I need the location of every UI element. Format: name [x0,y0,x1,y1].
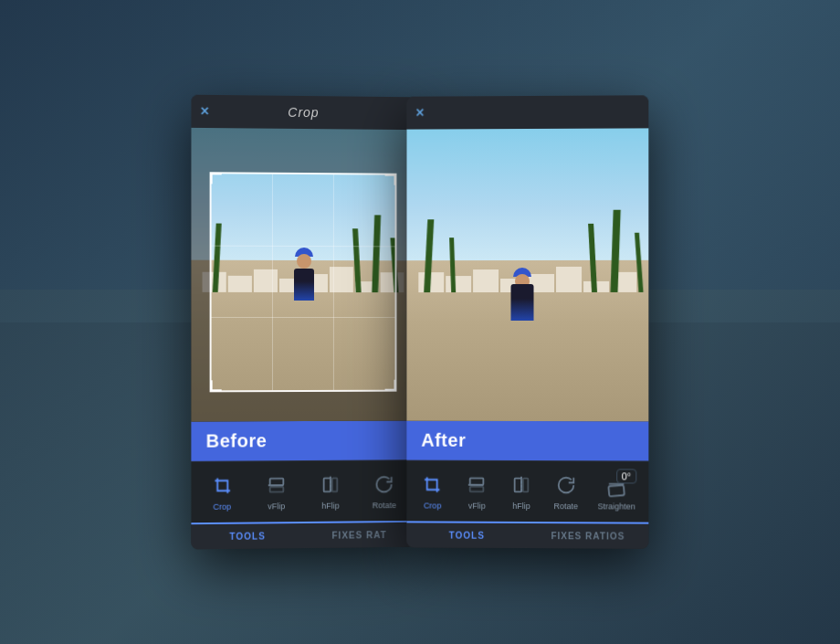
before-label: Before [191,420,415,460]
rotate-label-right: Rotate [553,501,578,511]
crop-overlay-left[interactable] [191,128,415,422]
tab-tools-left[interactable]: TOOLS [191,523,303,549]
close-button-right[interactable]: × [415,105,424,121]
crop-icon-left [209,473,235,499]
rotate-label-left: Rotate [373,501,396,510]
degree-badge: 0° [616,469,637,483]
crop-corner-tl[interactable] [210,173,221,184]
after-label: After [406,421,648,461]
tab-fixes-left[interactable]: FIXES RAT [304,523,415,548]
skater-right [495,266,550,339]
rotate-icon-right [553,472,579,498]
tool-rotate-left[interactable]: Rotate [366,468,403,513]
svg-rect-3 [324,478,331,491]
tool-crop-right[interactable]: Crop [415,469,451,514]
tool-vflip-left[interactable]: vFlip [258,469,295,514]
tool-vflip-right[interactable]: vFlip [458,469,495,514]
tab-fixes-right[interactable]: FIXES RATIOS [528,523,649,549]
svg-rect-6 [470,478,484,484]
toolbar-left: Crop vFlip [191,459,415,523]
svg-rect-4 [332,478,337,491]
crop-icon-right [420,472,446,498]
svg-rect-7 [470,487,484,492]
tool-straighten-right[interactable]: 0° Straighten [593,469,641,514]
tool-hflip-right[interactable]: hFlip [503,469,540,514]
panel-header-left: × Crop [191,95,415,130]
rotate-icon-left [372,471,397,497]
close-button-left[interactable]: × [201,103,209,120]
image-area-right [406,128,648,421]
vflip-label-right: vFlip [468,501,486,511]
svg-rect-0 [270,479,284,485]
tab-tools-right[interactable]: TOOLS [406,523,527,548]
crop-box-left[interactable] [209,172,397,392]
image-area-left [191,128,415,422]
svg-rect-9 [515,479,521,492]
crop-corner-tr[interactable] [385,174,396,185]
toolbar-right: Crop vFlip [406,460,648,523]
hflip-label-left: hFlip [321,501,339,511]
hflip-label-right: hFlip [512,501,530,511]
crop-label-right: Crop [424,501,441,511]
panel-before: × Crop [191,95,415,550]
bottom-tabs-left: TOOLS FIXES RAT [191,521,415,549]
panel-header-right: × [406,95,648,129]
crop-corner-bl[interactable] [210,380,221,391]
tool-crop-left[interactable]: Crop [204,469,240,515]
crop-corner-br[interactable] [385,380,396,391]
straighten-label-right: Straighten [598,501,635,511]
scene-right [406,128,648,421]
panel-after: × [406,95,648,548]
vflip-icon-left [264,472,289,498]
svg-rect-12 [608,485,624,496]
svg-rect-1 [270,487,284,492]
crop-label-left: Crop [213,502,231,512]
tool-rotate-right[interactable]: Rotate [548,469,584,514]
hflip-icon-left [318,472,343,498]
straighten-icon-right: 0° [604,472,629,498]
panels-container: × Crop [0,0,840,644]
hflip-icon-right [509,472,534,498]
vflip-label-left: vFlip [268,501,285,511]
vflip-icon-right [464,472,489,498]
panel-title-left: Crop [288,105,319,120]
svg-rect-10 [523,479,528,492]
tool-hflip-left[interactable]: hFlip [312,469,349,514]
bottom-tabs-right: TOOLS FIXES RATIOS [406,521,648,548]
